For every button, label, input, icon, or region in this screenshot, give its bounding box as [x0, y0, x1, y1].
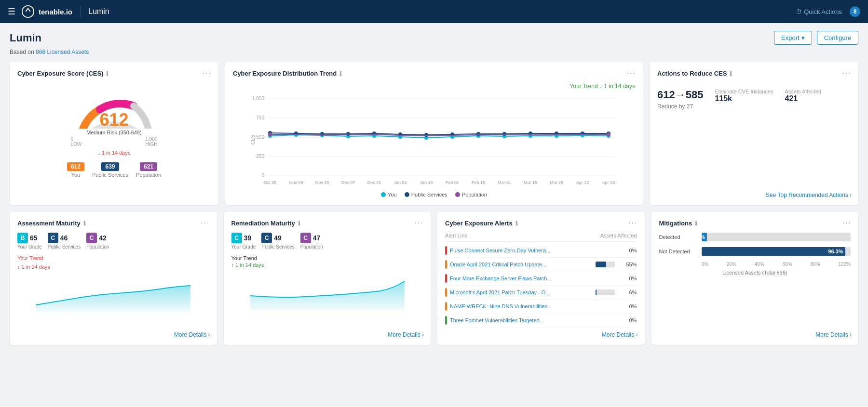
svg-text:Oct 26: Oct 26: [264, 180, 277, 185]
svg-text:Nov 09: Nov 09: [289, 180, 303, 185]
configure-button[interactable]: Configure: [817, 31, 858, 45]
remediation-score-population: C 47 Population: [300, 233, 323, 249]
assessment-card: Assessment Maturity ℹ ··· B 65 Your Grad…: [10, 212, 217, 345]
mitigation-axis: 0%20%40%60%80%100%: [659, 262, 851, 267]
alert-pct: 55%: [618, 262, 637, 267]
quick-actions-button[interactable]: ⏱ Quick Actions: [796, 8, 842, 15]
ces-card-menu[interactable]: ···: [203, 69, 212, 78]
mitigations-info-icon[interactable]: ℹ: [695, 220, 697, 227]
reduce-ces-menu[interactable]: ···: [842, 69, 852, 78]
alerts-info-icon[interactable]: ℹ: [515, 220, 518, 227]
svg-text:250: 250: [256, 154, 264, 159]
top-navigation: ☰ tenable.io Lumin ⏱ Quick Actions 8: [0, 0, 868, 23]
assessment-more-details[interactable]: More Details ›: [174, 331, 210, 338]
alert-indicator: [445, 316, 447, 325]
ces-badge-population: 621: [140, 162, 157, 171]
axis-label: 60%: [783, 262, 792, 267]
assessment-trend: Your Trend: [17, 255, 209, 261]
alerts-header: Alert Link Assets Affected: [445, 233, 637, 242]
hamburger-menu[interactable]: ☰: [8, 6, 15, 17]
gauge-risk-labels: LOW HIGH: [71, 142, 158, 147]
assessment-info-icon[interactable]: ℹ: [83, 220, 86, 227]
alert-pct: 0%: [618, 317, 637, 323]
ces-score-population: 621 Population: [136, 162, 161, 178]
help-badge[interactable]: 8: [850, 6, 860, 17]
remediation-score-public: C 49 Public Services: [261, 233, 294, 249]
ces-info-icon[interactable]: ℹ: [106, 70, 108, 77]
legend-dot-public: [405, 192, 409, 197]
svg-text:Mar 01: Mar 01: [498, 180, 511, 185]
mitigation-bar: 96.3%: [702, 247, 845, 256]
assessment-mini-chart: [17, 274, 209, 312]
ces-badge-you: 612: [67, 162, 84, 171]
distribution-info-icon[interactable]: ℹ: [339, 70, 342, 77]
licensed-assets-link[interactable]: 866 Licensed Assets: [36, 49, 89, 55]
page-header: Lumin Export ▾ Configure: [10, 31, 858, 45]
distribution-card: Cyber Exposure Distribution Trend ℹ ··· …: [225, 62, 643, 205]
remediation-card: Remediation Maturity ℹ ··· C 39 Your Gra…: [224, 212, 431, 345]
mitigation-bar-wrap: 96.3%: [702, 247, 851, 256]
reduce-ces-value: 612→585: [657, 89, 703, 101]
alerts-more-details[interactable]: More Details ›: [602, 331, 638, 338]
alert-row: Three Fortinet Vulnerabilities Targeted.…: [445, 314, 637, 328]
svg-point-0: [22, 6, 34, 17]
alerts-card-menu[interactable]: ···: [628, 219, 637, 227]
reduce-ces-info-icon[interactable]: ℹ: [730, 70, 732, 77]
see-top-recommended-link[interactable]: See Top Recommended Actions ›: [766, 192, 852, 198]
alert-indicator: [445, 288, 447, 297]
svg-text:Jan 04: Jan 04: [393, 180, 407, 185]
svg-text:Apr 26: Apr 26: [602, 180, 615, 185]
ces-label-population: Population: [136, 172, 161, 178]
remediation-card-title: Remediation Maturity ℹ: [231, 220, 423, 227]
alert-indicator: [445, 260, 447, 269]
alert-link[interactable]: Oracle April 2021 Critical Patch Update.…: [450, 262, 593, 267]
mitigations-card-menu[interactable]: ···: [842, 219, 852, 227]
assessment-scores: B 65 Your Grade C 46 Public Services C 4: [17, 233, 209, 249]
mitigation-pct: 3.7%: [702, 234, 705, 240]
page-title: Lumin: [10, 32, 41, 44]
alert-indicator: [445, 246, 447, 255]
assets-affected: Assets Affected 421: [785, 89, 821, 103]
alert-pct: 0%: [618, 303, 637, 309]
remediation-info-icon[interactable]: ℹ: [298, 220, 300, 227]
remediation-trend-label: Your Trend: [231, 255, 423, 261]
licensed-assets-info: Based on 866 Licensed Assets: [10, 49, 858, 55]
remediation-more-details[interactable]: More Details ›: [388, 331, 424, 338]
axis-label: 0%: [702, 262, 708, 267]
alert-link[interactable]: Microsoft's April 2021 Patch Tuesday - O…: [450, 289, 593, 295]
distribution-card-menu[interactable]: ···: [627, 69, 636, 78]
assessment-card-menu[interactable]: ···: [201, 219, 210, 227]
svg-point-40: [268, 132, 272, 136]
ces-label-you: You: [67, 172, 84, 178]
gauge-wrap: 612: [71, 83, 158, 129]
mitigation-bar: 3.7%: [702, 233, 707, 241]
alert-link[interactable]: NAME:WRECK: Nine DNS Vulnerabilities...: [450, 303, 615, 309]
remediation-card-menu[interactable]: ···: [415, 219, 424, 227]
page-content: Lumin Export ▾ Configure Based on 866 Li…: [0, 23, 868, 353]
logo: tenable.io: [21, 5, 72, 18]
assessment-grade-you: B: [17, 233, 28, 243]
remediation-trend-value: ↑ 1 in 14 days: [231, 262, 423, 268]
alert-link[interactable]: Four More Exchange Server Flaws Patch...: [450, 276, 615, 281]
gauge-risk-label: Medium Risk (350-649): [86, 130, 141, 135]
alert-link[interactable]: Pulse Connect Secure Zero-Day Vulnera...: [450, 248, 615, 253]
assessment-trend-value: ↓ 1 in 14 days: [17, 264, 209, 270]
reduce-ces-details: Eliminate CVE Instances 115k Assets Affe…: [715, 89, 821, 103]
legend-dot-you: [381, 192, 386, 197]
app-name: Lumin: [88, 7, 109, 16]
alert-row: NAME:WRECK: Nine DNS Vulnerabilities... …: [445, 300, 637, 314]
page-actions: Export ▾ Configure: [774, 31, 858, 45]
alert-link[interactable]: Three Fortinet Vulnerabilities Targeted.…: [450, 317, 615, 323]
alert-indicator: [445, 274, 447, 283]
svg-text:750: 750: [256, 115, 264, 120]
assessment-score-population: C 42 Population: [86, 233, 109, 249]
mitigations-card-title: Mitigations ℹ: [659, 220, 851, 227]
mitigation-bars: Detected 3.7% Not Detected 96.3%: [659, 233, 851, 256]
export-button[interactable]: Export ▾: [774, 31, 812, 45]
mitigations-more-details[interactable]: More Details ›: [815, 331, 852, 338]
ces-trend: ↓ 1 in 14 days: [98, 150, 131, 156]
assessment-card-title: Assessment Maturity ℹ: [17, 220, 209, 227]
assessment-grade-population: C: [86, 233, 97, 243]
reduce-ces-main: 612→585 Reduce by 27: [657, 89, 703, 118]
mitigation-footer: Licensed Assets (Total 866): [659, 270, 851, 276]
